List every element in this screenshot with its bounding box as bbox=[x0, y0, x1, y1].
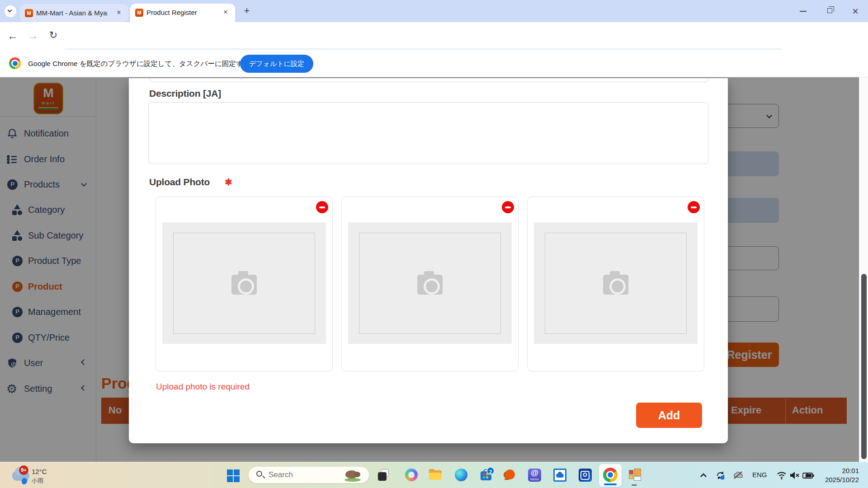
support-app-icon[interactable] bbox=[504, 469, 516, 481]
set-default-browser-button[interactable]: デフォルトに設定 bbox=[240, 55, 313, 73]
outlook-icon[interactable] bbox=[579, 469, 592, 482]
camera-icon bbox=[231, 275, 257, 295]
tray-wifi-icon[interactable] bbox=[776, 469, 788, 481]
description-ja-textarea[interactable] bbox=[148, 102, 708, 164]
chrome-taskbar-active[interactable] bbox=[599, 464, 622, 487]
store-update-badge: 2 bbox=[486, 467, 495, 475]
search-input[interactable] bbox=[269, 469, 336, 480]
start-button[interactable] bbox=[227, 469, 241, 482]
remove-photo-button[interactable] bbox=[316, 201, 328, 213]
tab-product-register[interactable]: M Product Register × bbox=[130, 4, 235, 22]
active-app-indicator bbox=[604, 483, 617, 485]
weather-widget[interactable]: 9+ 12°C 小雨 bbox=[8, 465, 76, 486]
close-window-button[interactable] bbox=[846, 0, 867, 22]
camera-icon bbox=[603, 275, 628, 295]
photo-dropzone[interactable] bbox=[348, 222, 512, 344]
product-register-modal: Description [JA] Upload Photo ✱ bbox=[129, 78, 728, 443]
task-view-button[interactable] bbox=[377, 469, 391, 482]
photo-upload-slot-3[interactable] bbox=[527, 197, 704, 371]
photo-dropzone[interactable] bbox=[162, 222, 326, 344]
microsoft-store-icon[interactable]: 2 bbox=[479, 469, 493, 482]
search-daily-animal-image bbox=[344, 469, 362, 482]
tab-close-icon[interactable]: × bbox=[115, 9, 123, 17]
edge-browser-icon[interactable] bbox=[455, 469, 467, 481]
restore-button[interactable] bbox=[820, 0, 841, 22]
browser-titlebar: M MM-Mart - Asian & Myanmar G × M Produc… bbox=[0, 0, 868, 22]
back-button[interactable]: ← bbox=[6, 29, 19, 42]
at-menu-app-icon[interactable]: @menu bbox=[528, 469, 541, 482]
new-tab-button[interactable]: + bbox=[241, 5, 252, 16]
tray-language-indicator[interactable]: ENG bbox=[752, 471, 767, 479]
browser-toolbar: ← → ↻ mmmart.jp/admin/productregister ☆ … bbox=[0, 22, 868, 50]
tray-volume-muted-icon[interactable] bbox=[788, 469, 800, 481]
infobar-text: Google Chrome を既定のブラウザに設定して、タスクバーに固定する bbox=[28, 59, 250, 69]
chevron-down-icon bbox=[8, 8, 12, 13]
copilot-icon[interactable] bbox=[405, 469, 418, 481]
taskbar-search[interactable] bbox=[248, 466, 369, 483]
chrome-logo-icon bbox=[9, 57, 21, 69]
reload-button[interactable]: ↻ bbox=[47, 29, 60, 41]
tab-search-button[interactable] bbox=[5, 5, 16, 17]
tab-mm-mart[interactable]: M MM-Mart - Asian & Myanmar G × bbox=[20, 4, 128, 22]
weather-condition-text: 小雨 bbox=[32, 477, 43, 485]
tray-clock[interactable]: 20:01 2025/10/22 bbox=[809, 466, 859, 484]
description-ja-label: Description [JA] bbox=[149, 88, 221, 99]
tray-chevron-up-icon[interactable] bbox=[698, 469, 709, 481]
site-favicon: M bbox=[25, 9, 33, 17]
tray-onedrive-paused-icon[interactable] bbox=[732, 469, 744, 481]
minimize-button[interactable] bbox=[793, 0, 814, 22]
photo-dropzone[interactable] bbox=[534, 222, 698, 344]
tiles-app-icon[interactable] bbox=[628, 469, 642, 482]
windows-taskbar: 9+ 12°C 小雨 2 @menu bbox=[0, 462, 868, 488]
tab-title: Product Register bbox=[146, 9, 214, 18]
site-favicon: M bbox=[135, 9, 143, 17]
temperature-text: 12°C bbox=[32, 468, 47, 475]
add-button[interactable]: Add bbox=[636, 403, 702, 428]
photo-upload-slot-1[interactable] bbox=[156, 197, 333, 371]
required-asterisk: ✱ bbox=[225, 177, 232, 188]
restore-icon bbox=[827, 8, 832, 13]
photo-upload-slot-2[interactable] bbox=[341, 197, 519, 371]
running-app-indicator bbox=[632, 484, 637, 486]
remove-photo-button[interactable] bbox=[688, 201, 700, 213]
photos-app-icon[interactable] bbox=[553, 469, 566, 482]
screen: M MM-Mart - Asian & Myanmar G × M Produc… bbox=[0, 0, 868, 488]
tray-time: 20:01 bbox=[809, 466, 859, 475]
remove-photo-button[interactable] bbox=[502, 201, 514, 213]
tab-title: MM-Mart - Asian & Myanmar G bbox=[36, 9, 108, 18]
file-explorer-icon[interactable] bbox=[429, 469, 442, 482]
page-viewport: M mart Notification bbox=[0, 77, 868, 462]
tab-close-icon[interactable]: × bbox=[222, 8, 230, 16]
tray-date: 2025/10/22 bbox=[809, 475, 859, 484]
upload-photo-label: Upload Photo bbox=[149, 177, 210, 188]
search-icon bbox=[256, 471, 262, 477]
forward-button[interactable]: → bbox=[26, 29, 40, 42]
page-scrollbar[interactable] bbox=[859, 77, 868, 462]
clipped-field-edge bbox=[149, 78, 708, 82]
chrome-logo-icon bbox=[603, 468, 618, 482]
chrome-infobar: Google Chrome を既定のブラウザに設定して、タスクバーに固定する × bbox=[0, 50, 868, 77]
upload-error-message: Upload photo is required bbox=[156, 382, 250, 392]
scrollbar-thumb[interactable] bbox=[861, 274, 867, 459]
tray-sync-icon[interactable] bbox=[715, 469, 726, 481]
camera-icon bbox=[417, 275, 443, 295]
notification-count-badge: 9+ bbox=[19, 465, 28, 475]
